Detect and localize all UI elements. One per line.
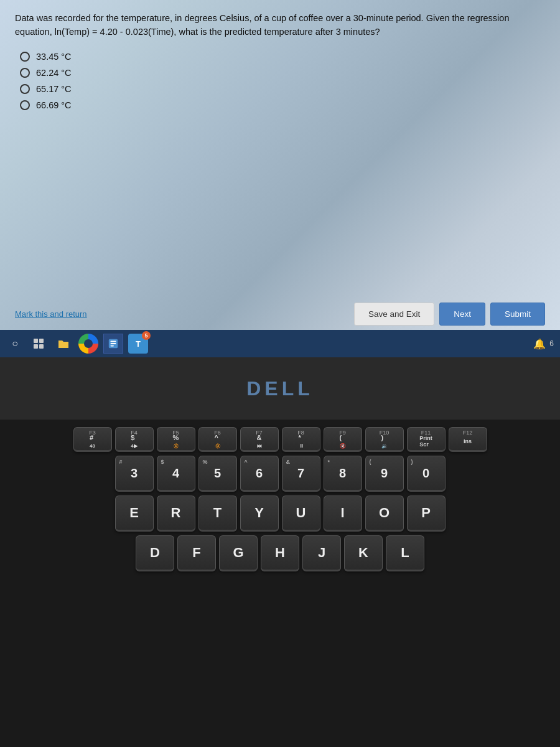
key-f9[interactable]: F9 (🔇 [324, 427, 362, 452]
dell-logo-area: DELL [0, 357, 560, 420]
option-3[interactable]: 65.17 °C [20, 84, 545, 94]
browser-icon[interactable] [78, 334, 98, 354]
option-4[interactable]: 66.69 °C [20, 100, 545, 110]
search-button[interactable]: ○ [6, 335, 24, 352]
key-f3[interactable]: F3 #40 [73, 427, 112, 452]
key-k[interactable]: K [344, 535, 383, 571]
key-p[interactable]: P [407, 496, 446, 532]
key-g[interactable]: G [219, 535, 258, 571]
svg-rect-1 [39, 339, 44, 343]
key-h[interactable]: H [261, 535, 299, 571]
key-t[interactable]: T [198, 496, 237, 532]
notification-app-icon[interactable]: T 5 [128, 334, 148, 354]
dell-logo: DELL [246, 377, 314, 400]
save-exit-button[interactable]: Save and Exit [354, 303, 434, 326]
key-rparen-0[interactable]: ) 0 [407, 456, 446, 492]
svg-rect-3 [39, 344, 44, 349]
question-text: Data was recorded for the temperature, i… [15, 11, 545, 39]
svg-rect-5 [111, 341, 116, 342]
radio-1[interactable] [20, 52, 30, 62]
option-2-label: 62.24 °C [36, 68, 72, 78]
key-dollar-4[interactable]: $ 4 [157, 456, 195, 492]
mark-return-link[interactable]: Mark this and return [15, 309, 87, 319]
key-f6[interactable]: F6 ^🔆 [198, 427, 237, 452]
submit-button[interactable]: Submit [490, 303, 545, 326]
key-f[interactable]: F [177, 535, 216, 571]
key-f4[interactable]: F4 $4▶ [115, 427, 154, 452]
option-1-label: 33.45 °C [36, 52, 72, 62]
svg-rect-2 [34, 344, 38, 349]
svg-rect-6 [111, 343, 116, 344]
keyboard: F3 #40 F4 $4▶ F5 %🔆 F6 ^🔆 F7 &⏮ F8 *⏸ F9… [0, 420, 560, 747]
key-y[interactable]: Y [240, 496, 279, 532]
option-3-label: 65.17 °C [36, 84, 72, 94]
taskbar-time: 6 [549, 339, 554, 348]
options-list: 33.45 °C 62.24 °C 65.17 °C 66.69 °C [20, 52, 545, 110]
option-2[interactable]: 62.24 °C [20, 68, 545, 78]
key-f5[interactable]: F5 %🔆 [157, 427, 195, 452]
key-d[interactable]: D [136, 535, 174, 571]
key-f12[interactable]: F12 Ins [449, 427, 487, 452]
radio-4[interactable] [20, 100, 30, 110]
letter-row-1: E R T Y U I O P [5, 496, 555, 532]
key-l[interactable]: L [386, 535, 424, 571]
key-f7[interactable]: F7 &⏮ [240, 427, 279, 452]
radio-3[interactable] [20, 84, 30, 94]
option-4-label: 66.69 °C [36, 100, 72, 110]
letter-row-2: D F G H J K L [5, 535, 555, 571]
number-key-row: # 3 $ 4 % 5 ^ 6 & 7 * 8 ( 9 ) 0 [5, 456, 555, 492]
option-1[interactable]: 33.45 °C [20, 52, 545, 62]
fn-key-row: F3 #40 F4 $4▶ F5 %🔆 F6 ^🔆 F7 &⏮ F8 *⏸ F9… [5, 427, 555, 452]
key-e[interactable]: E [115, 496, 154, 532]
key-caret-6[interactable]: ^ 6 [240, 456, 279, 492]
quiz-container: Data was recorded for the temperature, i… [0, 0, 560, 330]
key-f11[interactable]: F11 PrintScr [407, 427, 446, 452]
taskbar-right: 🔔 6 [533, 338, 554, 350]
button-group: Save and Exit Next Submit [354, 303, 545, 326]
key-amp-7[interactable]: & 7 [282, 456, 320, 492]
svg-rect-0 [34, 339, 38, 343]
key-percent-5[interactable]: % 5 [198, 456, 237, 492]
key-star-8[interactable]: * 8 [324, 456, 362, 492]
key-r[interactable]: R [157, 496, 195, 532]
quiz-footer: Mark this and return Save and Exit Next … [0, 298, 560, 330]
key-i[interactable]: I [324, 496, 362, 532]
badge-count: 5 [142, 331, 151, 340]
key-o[interactable]: O [365, 496, 404, 532]
app-icon[interactable] [103, 334, 123, 354]
task-view-icon[interactable] [29, 334, 49, 354]
notification-icon: 🔔 [533, 338, 546, 350]
next-button[interactable]: Next [439, 303, 485, 326]
key-lparen-9[interactable]: ( 9 [365, 456, 404, 492]
key-u[interactable]: U [282, 496, 320, 532]
svg-rect-7 [111, 345, 114, 347]
key-hash-3[interactable]: # 3 [115, 456, 154, 492]
key-f8[interactable]: F8 *⏸ [282, 427, 320, 452]
taskbar: ○ T 5 🔔 6 [0, 330, 560, 357]
file-explorer-icon[interactable] [54, 334, 73, 354]
key-j[interactable]: J [302, 535, 341, 571]
radio-2[interactable] [20, 68, 30, 78]
badge-letter: T [136, 339, 141, 349]
key-f10[interactable]: F10 )🔉 [365, 427, 404, 452]
